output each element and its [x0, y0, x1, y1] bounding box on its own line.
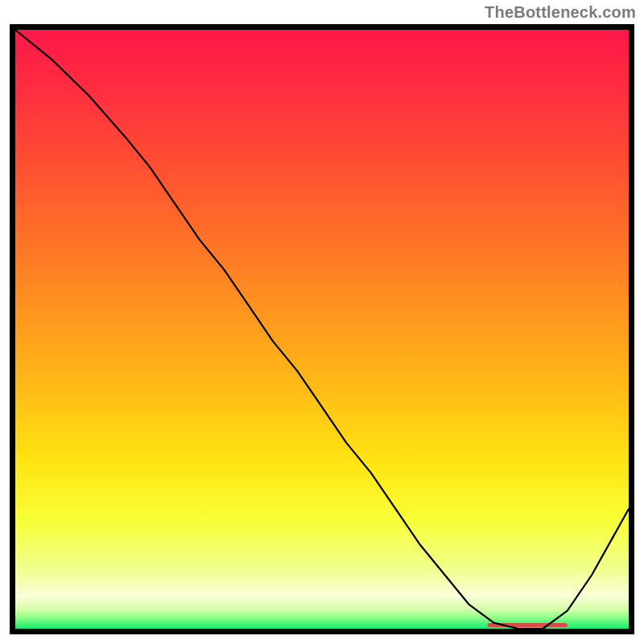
- chart-container: TheBottleneck.com: [0, 0, 644, 644]
- attribution-label: TheBottleneck.com: [485, 3, 636, 22]
- gradient-background: [15, 30, 629, 629]
- plot-area: [10, 24, 634, 634]
- chart-svg: [10, 24, 634, 634]
